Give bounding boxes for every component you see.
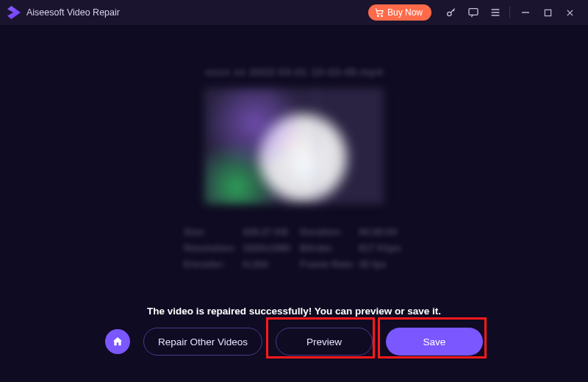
video-metadata: Size: 429.27 KB Duration: 00:00:04 Resol…: [184, 223, 404, 272]
feedback-icon[interactable]: [463, 2, 484, 23]
svg-rect-4: [545, 10, 551, 15]
button-label: Preview: [306, 336, 342, 347]
key-icon[interactable]: [441, 2, 462, 23]
success-message: The video is repaired successfully! You …: [0, 306, 588, 317]
maximize-button[interactable]: [537, 2, 559, 23]
meta-value: 00:00:04: [359, 226, 404, 237]
repair-other-videos-button[interactable]: Repair Other Videos: [143, 328, 262, 356]
menu-icon[interactable]: [485, 2, 506, 23]
meta-row: Encoder: H.264 Frame Rate: 30 fps: [184, 256, 404, 272]
separator: [509, 7, 510, 18]
meta-key: Size:: [184, 226, 243, 237]
save-button[interactable]: Save: [386, 328, 483, 356]
meta-value: 429.27 KB: [243, 226, 300, 237]
button-label: Save: [423, 336, 446, 347]
meta-value: 1920x1080: [243, 242, 300, 253]
home-icon: [112, 336, 123, 347]
video-thumbnail: [204, 88, 384, 204]
meta-key: Duration:: [300, 226, 359, 237]
meta-key: Encoder:: [184, 259, 243, 270]
meta-row: Size: 429.27 KB Duration: 00:00:04: [184, 223, 404, 239]
main-content: xxxx xx 2022-04-01 10-33-49.mp4 Size: 42…: [0, 25, 588, 382]
preview-button[interactable]: Preview: [276, 328, 373, 356]
button-label: Repair Other Videos: [158, 336, 248, 347]
buy-now-button[interactable]: Buy Now: [368, 4, 431, 21]
title-bar: Aiseesoft Video Repair Buy Now: [0, 0, 588, 25]
meta-key: Bitrate:: [300, 242, 359, 253]
svg-point-0: [377, 15, 379, 17]
home-button[interactable]: [105, 329, 130, 354]
action-bar: Repair Other Videos Preview Save: [0, 328, 588, 356]
meta-value: H.264: [243, 259, 300, 270]
svg-point-2: [448, 12, 451, 15]
result-filename: xxxx xx 2022-04-01 10-33-49.mp4: [0, 66, 588, 78]
cart-icon: [374, 7, 384, 18]
meta-key: Resolution:: [184, 242, 243, 253]
meta-value: 30 fps: [359, 259, 404, 270]
app-logo-icon: [7, 6, 21, 19]
buy-now-label: Buy Now: [387, 7, 423, 18]
meta-key: Frame Rate:: [300, 259, 359, 270]
close-button[interactable]: [559, 2, 581, 23]
minimize-button[interactable]: [514, 2, 537, 23]
app-title: Aiseesoft Video Repair: [26, 7, 120, 18]
meta-value: 817 Kbps: [359, 242, 404, 253]
meta-row: Resolution: 1920x1080 Bitrate: 817 Kbps: [184, 239, 404, 256]
svg-point-1: [381, 15, 383, 17]
